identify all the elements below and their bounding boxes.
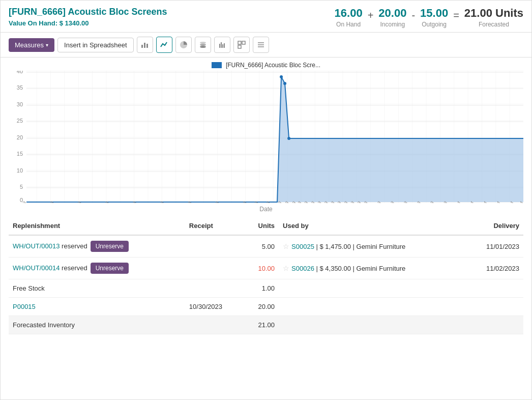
star-icon[interactable]: ☆ [283,264,289,272]
on-hand-value: 16.00 [335,7,363,20]
sale-order-link[interactable]: S00026 [291,265,314,272]
units-cell: 1.00 [244,279,279,298]
outgoing-label: Outgoing [422,21,447,28]
stats-area: 16.00 On Hand + 20.00 Incoming - 15.00 O… [335,7,523,28]
value-on-hand: Value On Hand: $ 1340.00 [9,19,167,27]
replenishment-table: Replenishment Receipt Units Used by Deli… [9,217,523,334]
replenishment-cell: WH/OUT/00013 reservedUnreserve [9,235,185,258]
used-by-cell: ☆S00026 | $ 4,350.00 | Gemini Furniture [279,258,465,279]
column-chart-icon[interactable] [214,37,230,53]
chart-dot [280,75,283,78]
incoming-label: Incoming [380,21,405,28]
svg-text:15: 15 [17,151,23,157]
replenishment-cell: P00015 [9,298,185,316]
sale-order-link[interactable]: S00025 [291,243,314,250]
svg-text:25: 25 [17,118,23,124]
forecasted-label: Forecasted [479,21,509,28]
stack-chart-icon[interactable] [195,37,211,53]
delivery-cell [465,298,523,316]
receipt-cell [185,279,244,298]
line-chart-icon[interactable] [156,37,172,53]
receipt-cell [185,235,244,258]
unreserve-button[interactable]: Unreserve [91,241,129,252]
units-cell: 20.00 [244,298,279,316]
op2: - [411,10,415,21]
svg-rect-10 [238,41,241,44]
replenishment-link[interactable]: WH/OUT/00013 [13,242,60,250]
used-by-cell [279,279,465,298]
list-icon[interactable] [253,37,269,53]
delivery-cell: 11/01/2023 [465,235,523,258]
product-info: [FURN_6666] Acoustic Bloc Screens Value … [9,7,167,27]
product-title: [FURN_6666] Acoustic Bloc Screens [9,7,167,17]
svg-rect-1 [144,43,145,48]
unreserve-button[interactable]: Unreserve [91,263,129,274]
units-cell: 5.00 [244,235,279,258]
pie-chart-icon[interactable] [175,37,192,53]
replenishment-link[interactable]: WH/OUT/00014 [13,264,60,272]
table-area: Replenishment Receipt Units Used by Deli… [1,217,531,342]
delivery-cell [465,279,523,298]
col-units: Units [244,217,279,235]
replenishment-cell: Forecasted Inventory [9,316,185,334]
svg-point-4 [200,44,206,46]
op3: = [453,10,459,21]
outgoing-stat: 15.00 Outgoing [420,7,448,28]
svg-rect-7 [221,42,222,48]
legend-label: [FURN_6666] Acoustic Bloc Scre... [226,62,320,69]
incoming-stat: 20.00 Incoming [378,7,406,28]
replenishment-cell: WH/OUT/00014 reservedUnreserve [9,258,185,279]
insert-spreadsheet-button[interactable]: Insert in Spreadsheet [57,38,134,52]
svg-text:31 Jul 2023: 31 Jul 2023 [9,200,27,203]
chart-svg: 40 35 30 25 20 15 10 5 0 [9,71,523,203]
used-by-cell: ☆S00025 | $ 1,475.00 | Gemini Furniture [279,235,465,258]
x-axis-label: Date [9,206,523,213]
star-icon[interactable]: ☆ [283,242,289,250]
pivot-icon[interactable] [233,37,250,53]
receipt-cell [185,316,244,334]
forecasted-value: 21.00 Units [464,7,523,20]
col-replenishment: Replenishment [9,217,185,235]
table-row: Free Stock1.00 [9,279,523,298]
main-container: [FURN_6666] Acoustic Bloc Screens Value … [0,0,532,400]
svg-point-3 [200,46,206,48]
on-hand-stat: 16.00 On Hand [335,7,363,28]
svg-rect-8 [222,44,223,48]
delivery-cell: 11/02/2023 [465,258,523,279]
header: [FURN_6666] Acoustic Bloc Screens Value … [1,1,531,33]
svg-rect-2 [146,44,148,48]
svg-text:20: 20 [17,134,23,140]
svg-rect-11 [242,41,245,44]
col-delivery: Delivery [465,217,523,235]
table-row: WH/OUT/00013 reservedUnreserve5.00☆S0002… [9,235,523,258]
on-hand-label: On Hand [336,21,361,28]
outgoing-value: 15.00 [420,7,448,20]
table-row: P0001510/30/202320.00 [9,298,523,316]
receipt-cell [185,258,244,279]
svg-rect-6 [219,44,220,48]
chevron-down-icon: ▾ [46,42,48,48]
chart-dot [283,82,286,85]
table-header-row: Replenishment Receipt Units Used by Deli… [9,217,523,235]
svg-point-5 [200,42,206,44]
legend-color-swatch [212,62,222,68]
used-by-cell [279,298,465,316]
svg-rect-0 [141,45,143,48]
units-cell: 10.00 [244,258,279,279]
svg-text:5: 5 [20,184,23,190]
svg-text:30: 30 [17,101,23,107]
measures-button[interactable]: Measures ▾ [9,38,54,52]
forecasted-stat: 21.00 Units Forecasted [464,7,523,28]
svg-text:40: 40 [17,71,23,74]
svg-rect-12 [238,45,241,48]
replenishment-cell: Free Stock [9,279,185,298]
replenishment-link[interactable]: P00015 [13,303,36,310]
table-row: WH/OUT/00014 reservedUnreserve10.00☆S000… [9,258,523,279]
incoming-value: 20.00 [378,7,406,20]
receipt-cell: 10/30/2023 [185,298,244,316]
col-receipt: Receipt [185,217,244,235]
delivery-cell [465,316,523,334]
bar-chart-icon[interactable] [137,37,153,53]
used-by-cell [279,316,465,334]
svg-rect-9 [224,43,225,48]
